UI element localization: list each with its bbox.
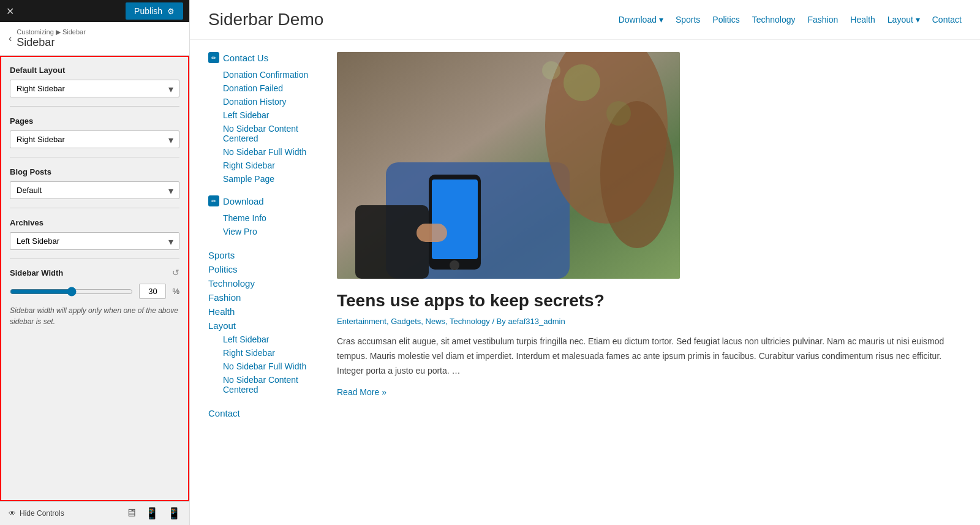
nav-item-layout[interactable]: Layout ▾ [888, 15, 920, 25]
breadcrumb-area: Customizing ▶ Sidebar Sidebar [17, 28, 86, 49]
sidebar-nav-politics[interactable]: Politics [208, 262, 318, 276]
tablet-icon[interactable]: 📱 [145, 507, 159, 520]
eye-icon: 👁 [9, 509, 16, 518]
sidebar-nav-sports[interactable]: Sports [208, 248, 318, 262]
right-content: Siderbar Demo Download ▾ Sports Politics… [190, 0, 980, 525]
sidebar-nav-contact-bottom[interactable]: Contact [208, 406, 318, 420]
archives-label: Archives [10, 218, 179, 227]
svg-point-10 [606, 101, 631, 126]
refresh-icon[interactable]: ↺ [172, 268, 179, 278]
sidebar-nav-health[interactable]: Health [208, 304, 318, 319]
blog-image-svg [337, 52, 680, 279]
svg-point-9 [564, 64, 600, 101]
sidebar-sub-layout-right[interactable]: Right Sidebar [208, 346, 318, 360]
panel-content: Default Layout Right Sidebar Left Sideba… [0, 56, 189, 501]
svg-rect-8 [417, 224, 447, 242]
sidebar-sub-view-pro[interactable]: View Pro [208, 225, 318, 238]
sidebar-nav-fashion[interactable]: Fashion [208, 290, 318, 304]
publish-button[interactable]: Publish ⚙ [126, 2, 183, 20]
sidebar-sub-no-sidebar-centered[interactable]: No Sidebar Content Centered [208, 122, 318, 145]
nav-item-contact[interactable]: Contact [932, 15, 962, 25]
publish-label: Publish [134, 6, 162, 16]
close-button[interactable]: ✕ [6, 6, 14, 17]
default-layout-label: Default Layout [10, 66, 179, 75]
sidebar-nav-download[interactable]: Download [223, 196, 264, 206]
top-bar: ✕ Publish ⚙ [0, 0, 189, 22]
sidebar-nav-technology[interactable]: Technology [208, 276, 318, 290]
divider-3 [10, 208, 179, 208]
nav-item-download[interactable]: Download ▾ [619, 15, 663, 25]
sidebar-sub-no-sidebar-full[interactable]: No Sidebar Full Width [208, 145, 318, 159]
site-nav: Download ▾ Sports Politics Technology Fa… [619, 15, 962, 25]
nav-item-health[interactable]: Health [850, 15, 875, 25]
slider-unit: % [172, 287, 179, 296]
blog-excerpt: Cras accumsan elit augue, sit amet vesti… [337, 334, 962, 378]
sidebar-sub-theme-info[interactable]: Theme Info [208, 211, 318, 225]
sidebar-sub-right-sidebar[interactable]: Right Sidebar [208, 159, 318, 172]
divider-4 [10, 259, 179, 259]
blog-content: Teens use apps to keep secrets? Entertai… [337, 52, 962, 420]
sidebar-sub-donation-failed[interactable]: Donation Failed [208, 81, 318, 95]
divider-1 [10, 106, 179, 107]
sidebar-sub-donation-history[interactable]: Donation History [208, 95, 318, 108]
breadcrumb: Customizing ▶ Sidebar [17, 28, 86, 36]
site-title: Siderbar Demo [208, 10, 323, 29]
sidebar-width-label: Sidebar Width [10, 268, 63, 278]
hide-controls-button[interactable]: 👁 Hide Controls [9, 509, 64, 518]
sidebar-section-contact: ✏ Contact Us Donation Confirmation Donat… [208, 52, 318, 186]
desktop-icon[interactable]: 🖥 [126, 507, 137, 520]
svg-rect-2 [355, 205, 429, 279]
nav-item-technology[interactable]: Technology [752, 15, 796, 25]
svg-rect-4 [432, 179, 478, 259]
read-more-link[interactable]: Read More » [337, 387, 386, 397]
blog-image [337, 52, 680, 279]
edit-icon-contact: ✏ [208, 52, 219, 63]
sidebar-section-header-download: ✏ Download [208, 195, 318, 206]
site-header: Siderbar Demo Download ▾ Sports Politics… [190, 0, 980, 40]
sidebar-sub-layout-no-centered[interactable]: No Sidebar Content Centered [208, 373, 318, 396]
panel-header: ‹ Customizing ▶ Sidebar Sidebar [0, 22, 189, 56]
bottom-icons: 🖥 📱 📱 [126, 507, 181, 520]
sidebar-sub-layout-left[interactable]: Left Sidebar [208, 333, 318, 346]
back-button[interactable]: ‹ [9, 33, 12, 44]
sidebar-sub-sample-page[interactable]: Sample Page [208, 172, 318, 186]
pages-select[interactable]: Right Sidebar Left Sidebar No Sidebar Co… [10, 130, 179, 148]
blog-posts-select[interactable]: Default Right Sidebar Left Sidebar No Si… [10, 181, 179, 199]
blog-title: Teens use apps to keep secrets? [337, 291, 962, 311]
sidebar-width-slider[interactable] [10, 287, 133, 296]
panel-title: Sidebar [17, 36, 86, 49]
nav-item-politics[interactable]: Politics [712, 15, 739, 25]
sidebar-section-download: ✏ Download Theme Info View Pro [208, 195, 318, 238]
sidebar-section-header-contact: ✏ Contact Us [208, 52, 318, 63]
blog-posts-label: Blog Posts [10, 167, 179, 176]
svg-point-11 [542, 61, 560, 80]
sidebar-nav: ✏ Contact Us Donation Confirmation Donat… [208, 52, 318, 420]
nav-item-fashion[interactable]: Fashion [808, 15, 839, 25]
blog-meta: Entertainment, Gadgets, News, Technology… [337, 317, 962, 326]
mobile-icon[interactable]: 📱 [167, 507, 181, 520]
pages-wrapper: Right Sidebar Left Sidebar No Sidebar Co… [10, 130, 179, 148]
edit-icon-download: ✏ [208, 195, 219, 206]
sidebar-width-row: Sidebar Width ↺ [10, 268, 179, 278]
archives-select[interactable]: Left Sidebar Right Sidebar No Sidebar Co… [10, 232, 179, 250]
divider-2 [10, 157, 179, 157]
sidebar-sub-left-sidebar[interactable]: Left Sidebar [208, 108, 318, 122]
sidebar-sub-donation-confirmation[interactable]: Donation Confirmation [208, 68, 318, 81]
sidebar-width-value[interactable] [139, 284, 166, 299]
sidebar-sub-layout-no-full[interactable]: No Sidebar Full Width [208, 360, 318, 373]
sidebar-nav-layout[interactable]: Layout [208, 319, 318, 333]
archives-wrapper: Left Sidebar Right Sidebar No Sidebar Co… [10, 232, 179, 250]
sidebar-width-note: Sidebar width will apply only when one o… [10, 305, 179, 327]
gear-icon: ⚙ [167, 7, 175, 16]
pages-label: Pages [10, 116, 179, 126]
default-layout-select[interactable]: Right Sidebar Left Sidebar No Sidebar Co… [10, 80, 179, 97]
left-panel: ✕ Publish ⚙ ‹ Customizing ▶ Sidebar Side… [0, 0, 190, 525]
slider-row: % [10, 284, 179, 299]
sidebar-nav-contact-us[interactable]: Contact Us [223, 53, 268, 63]
sidebar-section-layout: Layout Left Sidebar Right Sidebar No Sid… [208, 319, 318, 396]
nav-item-sports[interactable]: Sports [676, 15, 700, 25]
svg-point-5 [450, 260, 459, 270]
main-area: ✏ Contact Us Donation Confirmation Donat… [190, 40, 980, 432]
bottom-bar: 👁 Hide Controls 🖥 📱 📱 [0, 501, 189, 525]
hide-controls-label: Hide Controls [20, 509, 64, 518]
